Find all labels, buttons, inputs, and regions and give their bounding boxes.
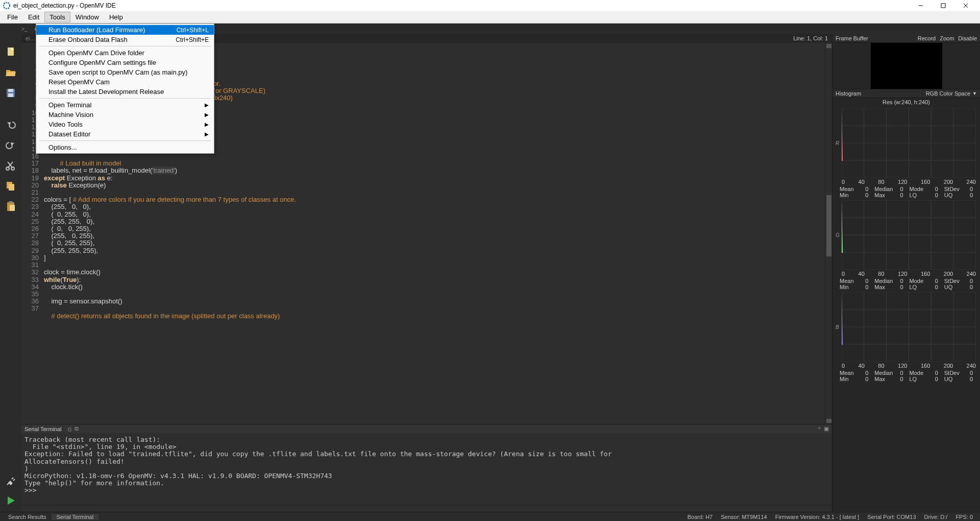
chevron-right-icon: ▶ xyxy=(205,122,209,127)
serial-terminal-header: Serial Terminal ⎙ ⧉ ^ ▣ xyxy=(21,424,832,433)
window-title: ei_object_detection.py - OpenMV IDE xyxy=(13,2,116,9)
terminal-button-2-icon[interactable]: ⧉ xyxy=(75,425,79,432)
framebuffer-view xyxy=(832,43,980,89)
histogram-title: Histogram xyxy=(836,90,861,97)
svg-rect-19 xyxy=(9,201,13,203)
menu-edit[interactable]: Edit xyxy=(23,12,44,22)
menu-open-drive[interactable]: Open OpenMV Cam Drive folder xyxy=(36,48,214,58)
menu-item-label: Reset OpenMV Cam xyxy=(48,78,110,86)
menu-item-label: Open OpenMV Cam Drive folder xyxy=(48,49,144,57)
svg-rect-9 xyxy=(8,93,13,97)
menu-reset-cam[interactable]: Reset OpenMV Cam xyxy=(36,77,214,87)
menu-shortcut: Ctrl+Shift+L xyxy=(177,27,209,34)
status-tab-search[interactable]: Search Results xyxy=(3,514,52,520)
right-panel: Frame Buffer Record Zoom Disable Histogr… xyxy=(832,34,980,512)
menu-window[interactable]: Window xyxy=(70,12,104,22)
record-button[interactable]: Record xyxy=(918,35,936,41)
status-tab-serial[interactable]: Serial Terminal xyxy=(52,514,99,520)
window-maximize-button[interactable] xyxy=(932,0,954,11)
zoom-button[interactable]: Zoom xyxy=(940,35,954,41)
tools-dropdown: Run Bootloader (Load Firmware) Ctrl+Shif… xyxy=(36,23,214,154)
connect-button[interactable] xyxy=(4,474,18,488)
svg-rect-5 xyxy=(8,48,14,56)
menu-item-label: Save open script to OpenMV Cam (as main.… xyxy=(48,68,187,76)
x-axis-ticks: 04080120160200240 xyxy=(842,363,976,369)
menu-separator xyxy=(39,46,211,46)
redo-button[interactable] xyxy=(4,138,18,152)
menu-tools[interactable]: Tools xyxy=(44,12,70,22)
menubar: File Edit Tools Window Help xyxy=(0,11,980,23)
menu-shortcut: Ctrl+Shift+E xyxy=(176,36,209,43)
editor-vertical-scrollbar[interactable] xyxy=(825,43,832,424)
new-file-button[interactable] xyxy=(4,45,18,59)
chevron-down-icon: ▼ xyxy=(972,91,977,96)
menu-file[interactable]: File xyxy=(2,12,23,22)
menu-save-mainpy[interactable]: Save open script to OpenMV Cam (as main.… xyxy=(36,67,214,77)
serial-terminal[interactable]: Traceback (most recent call last): File … xyxy=(21,433,832,505)
menu-run-bootloader[interactable]: Run Bootloader (Load Firmware) Ctrl+Shif… xyxy=(36,25,214,35)
svg-marker-63 xyxy=(842,292,843,345)
histogram-trace-r xyxy=(842,108,976,161)
status-sensor: Sensor: MT9M114 xyxy=(717,514,771,520)
menu-configure-settings[interactable]: Configure OpenMV Cam settings file xyxy=(36,58,214,67)
histogram-plot-r: R xyxy=(842,108,976,178)
menu-help[interactable]: Help xyxy=(104,12,128,22)
histogram-trace-b xyxy=(842,292,976,345)
svg-marker-11 xyxy=(9,141,14,146)
menu-install-dev[interactable]: Install the Latest Development Release xyxy=(36,87,214,97)
copy-button[interactable] xyxy=(4,179,18,193)
editor-horizontal-scrollbar[interactable] xyxy=(21,505,832,512)
menu-item-label: Dataset Editor xyxy=(48,130,90,138)
terminal-button-1-icon[interactable]: ⎙ xyxy=(68,426,71,432)
status-bar: Search Results Serial Terminal Board: H7… xyxy=(0,512,980,521)
svg-point-14 xyxy=(6,167,9,170)
chevron-right-icon: ▶ xyxy=(205,102,209,108)
svg-marker-37 xyxy=(842,108,843,161)
menu-machine-vision[interactable]: Machine Vision▶ xyxy=(36,110,214,120)
y-axis-label: B xyxy=(836,324,839,330)
colorspace-selector[interactable]: RGB Color Space xyxy=(926,90,970,97)
menu-separator xyxy=(39,140,211,141)
menu-item-label: Run Bootloader (Load Firmware) xyxy=(48,26,145,34)
histogram-plot-b: B xyxy=(842,292,976,362)
disable-button[interactable]: Disable xyxy=(958,35,977,41)
menu-item-label: Open Terminal xyxy=(48,101,91,109)
paste-button[interactable] xyxy=(4,199,18,214)
svg-point-15 xyxy=(11,167,14,170)
svg-marker-50 xyxy=(842,200,843,253)
cut-button[interactable] xyxy=(4,158,18,173)
window-minimize-button[interactable] xyxy=(910,0,932,11)
terminal-icon: >_ xyxy=(21,26,27,32)
terminal-popout-icon[interactable]: ▣ xyxy=(824,425,829,432)
left-toolbar xyxy=(0,34,21,512)
run-button[interactable] xyxy=(4,493,18,508)
window-close-button[interactable] xyxy=(954,0,977,11)
app-logo-icon xyxy=(3,2,10,9)
status-drive: Drive: D:/ xyxy=(920,514,952,520)
menu-item-label: Erase Onboard Data Flash xyxy=(48,36,128,43)
y-axis-label: R xyxy=(836,140,839,146)
framebuffer-title: Frame Buffer xyxy=(836,35,868,41)
undo-button[interactable] xyxy=(4,117,18,132)
terminal-collapse-icon[interactable]: ^ xyxy=(818,426,821,432)
menu-options[interactable]: Options... xyxy=(36,143,214,152)
status-fps: FPS: 0 xyxy=(951,514,977,520)
menu-video-tools[interactable]: Video Tools▶ xyxy=(36,120,214,129)
svg-marker-10 xyxy=(7,121,12,126)
status-port: Serial Port: COM13 xyxy=(863,514,920,520)
save-file-button[interactable] xyxy=(4,86,18,100)
svg-point-0 xyxy=(4,3,10,9)
menu-dataset-editor[interactable]: Dataset Editor▶ xyxy=(36,129,214,139)
window-titlebar: ei_object_detection.py - OpenMV IDE xyxy=(0,0,980,11)
chevron-right-icon: ▶ xyxy=(205,131,209,137)
framebuffer-header: Frame Buffer Record Zoom Disable xyxy=(832,34,980,43)
menu-open-terminal[interactable]: Open Terminal▶ xyxy=(36,100,214,110)
cursor-position: Line: 1, Col: 1 xyxy=(793,35,828,41)
svg-rect-2 xyxy=(941,4,945,8)
menu-erase-flash[interactable]: Erase Onboard Data Flash Ctrl+Shift+E xyxy=(36,35,214,44)
svg-rect-8 xyxy=(8,89,13,92)
status-firmware: Firmware Version: 4.3.1 - [ latest ] xyxy=(771,514,863,520)
svg-line-23 xyxy=(13,479,15,481)
histogram-b: B 04080120160200240 Mean0 Median0 Mode0 … xyxy=(832,292,980,382)
open-file-button[interactable] xyxy=(4,65,18,80)
